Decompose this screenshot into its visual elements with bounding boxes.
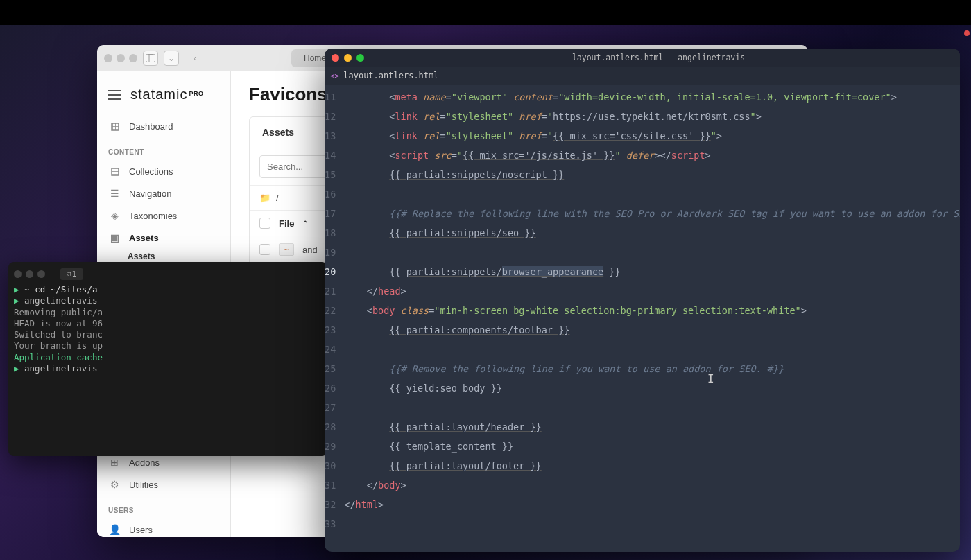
file-thumb: ~ bbox=[279, 243, 294, 256]
minimize-icon[interactable] bbox=[344, 54, 352, 62]
sidebar-item-navigation[interactable]: ☰Navigation bbox=[97, 182, 230, 204]
editor-title: layout.antlers.html — angelinetravis bbox=[572, 53, 745, 62]
collections-icon: ▤ bbox=[108, 165, 121, 177]
tab-strip: <> layout.antlers.html bbox=[325, 67, 960, 85]
sidebar-heading-users: USERS bbox=[97, 496, 230, 518]
close-icon[interactable] bbox=[332, 54, 339, 62]
back-icon[interactable]: ‹ bbox=[187, 51, 203, 66]
code-content[interactable]: <meta name="viewport" content="width=dev… bbox=[344, 87, 960, 534]
close-icon[interactable] bbox=[14, 270, 22, 278]
menubar bbox=[0, 0, 971, 25]
text-cursor-icon: I bbox=[707, 372, 714, 385]
sidebar-item-taxonomies[interactable]: ◈Taxonomies bbox=[97, 204, 230, 227]
tag-icon: ◈ bbox=[108, 209, 121, 222]
code-body[interactable]: 1112131415161718192021222324252627282930… bbox=[325, 85, 960, 534]
sidebar-item-collections[interactable]: ▤Collections bbox=[97, 160, 230, 182]
browser-traffic-lights[interactable] bbox=[104, 54, 137, 62]
sidebar-heading-content: CONTENT bbox=[97, 137, 230, 160]
row-checkbox[interactable] bbox=[259, 244, 270, 255]
terminal-window: ⌘1 ▶ ~ cd ~/Sites/a ▶ angelinetravis Rem… bbox=[8, 262, 327, 456]
sidebar-item-utilities[interactable]: ⚙Utilities bbox=[97, 473, 230, 496]
chevron-down-icon[interactable]: ⌄ bbox=[164, 51, 179, 66]
sidebar-item-assets[interactable]: ▣Assets bbox=[97, 227, 230, 249]
users-icon: 👤 bbox=[108, 523, 121, 536]
sidebar-toggle-icon[interactable] bbox=[143, 51, 158, 66]
brand: statamicPRO bbox=[97, 80, 230, 115]
gutter: 1112131415161718192021222324252627282930… bbox=[325, 87, 344, 534]
sidebar-item-users[interactable]: 👤Users bbox=[97, 518, 230, 537]
editor-titlebar: layout.antlers.html — angelinetravis bbox=[325, 49, 960, 67]
recording-dot bbox=[964, 30, 970, 36]
sidebar-item-dashboard[interactable]: ▦Dashboard bbox=[97, 115, 230, 137]
svg-rect-0 bbox=[146, 55, 155, 62]
dashboard-icon: ▦ bbox=[108, 120, 121, 132]
brand-pro: PRO bbox=[189, 90, 203, 97]
terminal-titlebar: ⌘1 bbox=[14, 266, 322, 281]
zoom-icon[interactable] bbox=[37, 270, 45, 278]
image-icon: ▣ bbox=[108, 231, 121, 244]
folder-icon: 📁 bbox=[259, 193, 270, 203]
minimize-icon[interactable] bbox=[26, 270, 33, 278]
navigation-icon: ☰ bbox=[108, 187, 121, 200]
zoom-icon[interactable] bbox=[356, 54, 364, 62]
addons-icon: ⊞ bbox=[108, 456, 121, 469]
editor-tab[interactable]: layout.antlers.html bbox=[343, 71, 438, 80]
utilities-icon: ⚙ bbox=[108, 478, 121, 491]
editor-window: layout.antlers.html — angelinetravis <> … bbox=[325, 49, 960, 552]
menu-icon[interactable] bbox=[108, 90, 121, 100]
terminal-tab[interactable]: ⌘1 bbox=[60, 268, 83, 280]
brand-name: statamic bbox=[130, 87, 187, 102]
select-all-checkbox[interactable] bbox=[259, 218, 270, 229]
file-icon: <> bbox=[330, 71, 339, 80]
terminal-body[interactable]: ▶ ~ cd ~/Sites/a ▶ angelinetravis Removi… bbox=[14, 281, 322, 374]
sort-icon[interactable]: ⌃ bbox=[302, 220, 308, 227]
